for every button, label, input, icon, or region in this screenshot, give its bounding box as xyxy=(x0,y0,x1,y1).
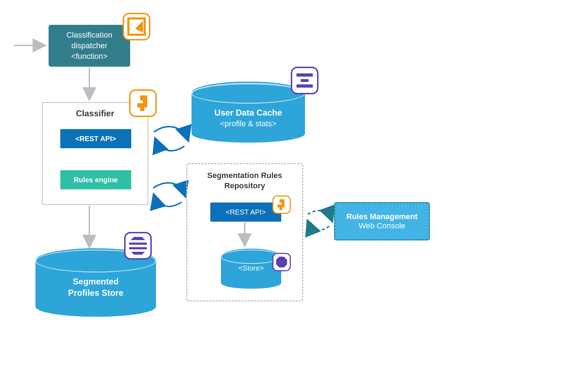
sps-line2: Profiles Store xyxy=(35,288,156,298)
rules-management: Rules Management Web Console xyxy=(334,202,430,240)
dispatcher-line1: Classification xyxy=(49,30,130,40)
triangle-in-square-icon xyxy=(123,13,150,40)
step-shape-icon xyxy=(129,89,157,117)
classifier-rest-api-label: <REST API> xyxy=(76,135,116,143)
rules-engine-label: Rules engine xyxy=(74,176,118,184)
classifier-container: Classifier <REST API> Rules engine xyxy=(42,102,148,205)
repo-rest-api: <REST API> xyxy=(210,202,281,222)
dispatcher-line2: dispatcher xyxy=(49,40,130,51)
repo-title-line2: Repository xyxy=(187,181,302,191)
step-shape-icon xyxy=(272,195,291,214)
rules-engine: Rules engine xyxy=(60,170,131,189)
solid-circle-icon xyxy=(272,253,291,271)
striped-octagon-icon xyxy=(124,232,152,260)
rules-management-subtitle: Web Console xyxy=(335,221,429,231)
classifier-rest-api: <REST API> xyxy=(60,129,131,148)
repo-title-line1: Segmentation Rules xyxy=(187,171,302,181)
user-data-cache-title: User Data Cache xyxy=(192,108,305,118)
sps-line1: Segmented xyxy=(35,277,156,287)
bars-icon xyxy=(291,67,318,94)
repo-store: <Store> xyxy=(221,249,281,288)
user-data-cache: User Data Cache <profile & stats> xyxy=(192,82,305,142)
dispatcher-line3: <function> xyxy=(49,51,130,62)
classification-dispatcher: Classification dispatcher <function> xyxy=(49,25,130,67)
rules-management-title: Rules Management xyxy=(335,212,429,221)
repo-rest-api-label: <REST API> xyxy=(226,208,266,216)
user-data-cache-subtitle: <profile & stats> xyxy=(192,119,305,128)
segmentation-rules-repository: Segmentation Rules Repository <REST API>… xyxy=(186,163,303,301)
